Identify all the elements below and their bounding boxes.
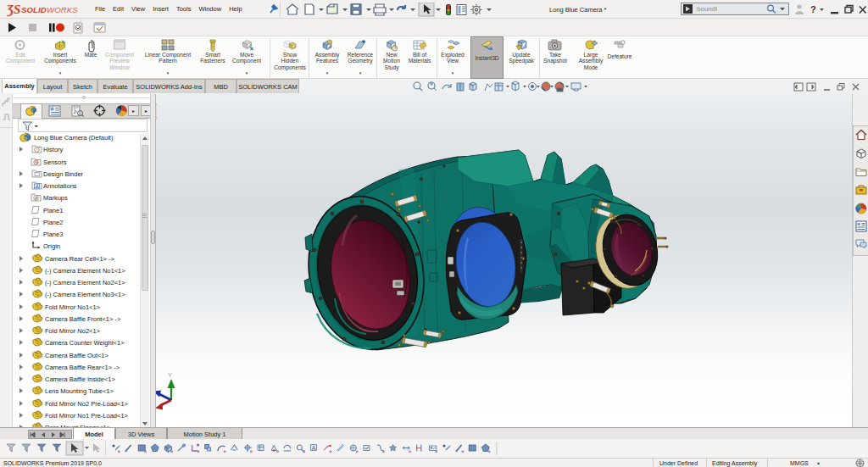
svg-text:boundi: boundi	[697, 5, 717, 13]
svg-text:Y: Y	[168, 371, 172, 379]
svg-text:A: A	[312, 445, 316, 451]
svg-text:β: β	[73, 108, 77, 115]
svg-text:SOLID: SOLID	[21, 5, 47, 14]
svg-text:?: ?	[810, 4, 816, 14]
svg-text:A: A	[36, 184, 39, 189]
svg-text:WORKS: WORKS	[47, 5, 78, 14]
svg-text:ƷS: ƷS	[7, 3, 20, 16]
